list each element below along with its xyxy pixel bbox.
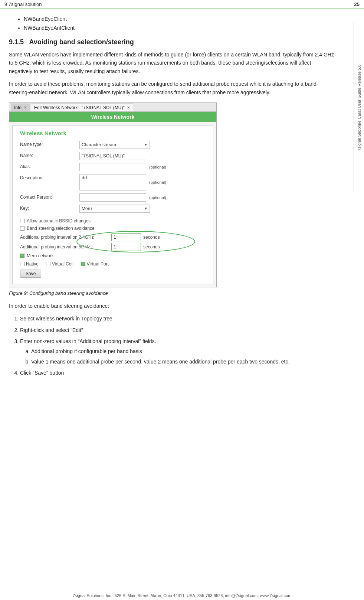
header-left: 9 7signal solution — [4, 1, 42, 7]
native-row: Native Virtual Cell Virtual Port — [20, 261, 206, 267]
checkbox-bssid[interactable] — [20, 219, 24, 223]
checkbox-virtual-cell[interactable] — [46, 262, 50, 266]
probing-input-24[interactable] — [111, 233, 141, 241]
meru-row: Meru network — [20, 253, 206, 258]
top-bar: 9 7signal solution 25 — [0, 0, 364, 9]
bullet-list: NWBandEyeClient NWBandEyeAntClient — [24, 16, 334, 31]
separator — [20, 216, 206, 216]
checkbox-row-bssid: Allow automatic BSSID changes — [20, 218, 206, 224]
tab-info-close[interactable]: ✕ — [24, 105, 27, 110]
meru-label: Meru network — [27, 253, 54, 258]
label-contact: Contact Person: — [20, 193, 79, 200]
control-key: Meru ▼ — [79, 205, 206, 213]
instruction-2: Right-click and select “Edit” — [20, 326, 334, 334]
form-row-name: Name: — [20, 152, 206, 160]
label-name: Name: — [20, 152, 79, 158]
page-wrapper: 9 7signal solution 25 7signal Sapphire C… — [0, 0, 364, 600]
native-item-native: Native — [20, 261, 39, 267]
input-contact[interactable] — [79, 193, 146, 202]
virtual-cell-label: Virtual Cell — [52, 261, 73, 267]
probing-unit-5: seconds — [143, 244, 160, 250]
textarea-description[interactable]: dd — [79, 174, 146, 190]
probing-unit-24: seconds — [143, 235, 160, 240]
dialog-section-title: Wireless Network — [20, 130, 206, 136]
sidebar-label: 7signal Sapphire Carat User Guide Releas… — [357, 65, 361, 151]
tabs-bar: Info ✕ Edit Wireless Network - "7SIGNAL … — [9, 103, 216, 112]
optional-description: (optional) — [149, 180, 166, 185]
sub-instruction-b: Value 1 means one additional probe per s… — [31, 358, 334, 366]
paragraph-1: Some WLAN vendors have implemented diffe… — [9, 50, 334, 75]
control-contact: (optional) — [79, 193, 206, 202]
label-alias: Alias: — [20, 163, 79, 169]
probing-label-5: Additional probing interval on 5GHz — [20, 244, 109, 250]
dropdown-key-arrow-icon: ▼ — [144, 206, 148, 211]
label-key: Key: — [20, 205, 79, 211]
input-alias[interactable] — [79, 163, 146, 171]
label-description: Description: — [20, 174, 79, 180]
footer: 7signal Solutions, Inc., 526 S. Main Str… — [0, 591, 364, 600]
dialog-title-bar: Wireless Network — [9, 112, 216, 122]
form-row-description: Description: dd (optional) — [20, 174, 206, 190]
instruction-1: Select wireless network in Topology tree… — [20, 314, 334, 323]
control-name — [79, 152, 206, 160]
control-description: dd (optional) — [79, 174, 206, 190]
native-label: Native — [26, 261, 39, 267]
tab-edit[interactable]: Edit Wireless Network - "7SIGNAL SOL (MU… — [31, 104, 133, 111]
form-row-contact: Contact Person: (optional) — [20, 193, 206, 202]
tab-info[interactable]: Info ✕ — [11, 104, 30, 111]
checkbox-row-band-steering: Band steering/selection avoidance — [20, 226, 206, 231]
dropdown-key[interactable]: Meru ▼ — [79, 205, 150, 213]
probing-label-24: Additional probing interval on 2.4GHz — [20, 235, 109, 240]
form-row-key: Key: Meru ▼ — [20, 205, 206, 213]
checkbox-band-steering[interactable] — [20, 226, 24, 231]
native-item-virtual-cell: Virtual Cell — [46, 261, 73, 267]
footer-text: 7signal Solutions, Inc., 526 S. Main Str… — [73, 593, 292, 598]
tab-info-label: Info — [14, 105, 22, 110]
main-content: NWBandEyeClient NWBandEyeAntClient 9.1.5… — [0, 9, 352, 388]
control-alias: (optional) — [79, 163, 206, 171]
probing-row-5: Additional probing interval on 5GHz seco… — [20, 243, 206, 251]
probing-row-24: Additional probing interval on 2.4GHz se… — [20, 233, 206, 241]
dialog-body: Wireless Network Name type: Character st… — [12, 125, 213, 284]
dropdown-key-value: Meru — [82, 206, 92, 211]
probing-input-5[interactable] — [111, 243, 141, 251]
dropdown-arrow-icon: ▼ — [144, 143, 148, 147]
dropdown-name-type-value: Character stream — [82, 142, 116, 147]
form-row-name-type: Name type: Character stream ▼ — [20, 141, 206, 149]
save-button[interactable]: Save — [20, 270, 41, 278]
list-item: NWBandEyeAntClient — [24, 25, 334, 31]
ordered-list: Select wireless network in Topology tree… — [20, 314, 334, 377]
input-name[interactable] — [79, 152, 146, 160]
control-name-type: Character stream ▼ — [79, 141, 206, 149]
checkbox-virtual-port[interactable] — [81, 262, 85, 266]
native-item-virtual-port: Virtual Port — [81, 261, 109, 267]
sidebar-text: 7signal Sapphire Carat User Guide Releas… — [354, 22, 364, 193]
instruction-4: Click “Save” button — [20, 369, 334, 377]
section-heading: 9.1.5 Avoiding band selection/steering — [9, 38, 334, 46]
dialog-title: Wireless Network — [91, 114, 135, 120]
list-item: NWBandEyeClient — [24, 16, 334, 22]
sub-instruction-a: Additional probing if configurable per b… — [31, 347, 334, 355]
instructions-intro: In order to enable band steering avoidan… — [9, 302, 334, 310]
checkbox-bssid-label: Allow automatic BSSID changes — [27, 218, 91, 224]
figure-caption: Figure 9: Configuring band steering avoi… — [9, 290, 334, 296]
checkbox-meru[interactable] — [20, 254, 24, 258]
section-title: Avoiding band selection/steering — [29, 38, 134, 46]
section-number: 9.1.5 — [9, 38, 24, 46]
dropdown-name-type[interactable]: Character stream ▼ — [79, 141, 150, 149]
tab-edit-label: Edit Wireless Network - "7SIGNAL SOL (MU… — [34, 105, 125, 110]
form-row-alias: Alias: (optional) — [20, 163, 206, 171]
sub-list: Additional probing if configurable per b… — [31, 347, 334, 366]
instruction-3: Enter non-zero values in “Additional pro… — [20, 337, 334, 366]
header-right: 25 — [354, 1, 360, 7]
tab-edit-close[interactable]: ✕ — [127, 105, 130, 110]
paragraph-2: In order to avoid these problems, monito… — [9, 80, 334, 97]
screenshot-container: Info ✕ Edit Wireless Network - "7SIGNAL … — [9, 102, 217, 287]
dialog-window: Wireless Network Wireless Network Name t… — [9, 112, 216, 284]
checkbox-band-steering-label: Band steering/selection avoidance — [27, 226, 95, 231]
virtual-port-label: Virtual Port — [87, 261, 109, 267]
checkbox-native[interactable] — [20, 262, 24, 266]
band-steering-section: Band steering/selection avoidance Additi… — [20, 226, 206, 251]
label-name-type: Name type: — [20, 141, 79, 147]
optional-contact: (optional) — [149, 195, 166, 200]
